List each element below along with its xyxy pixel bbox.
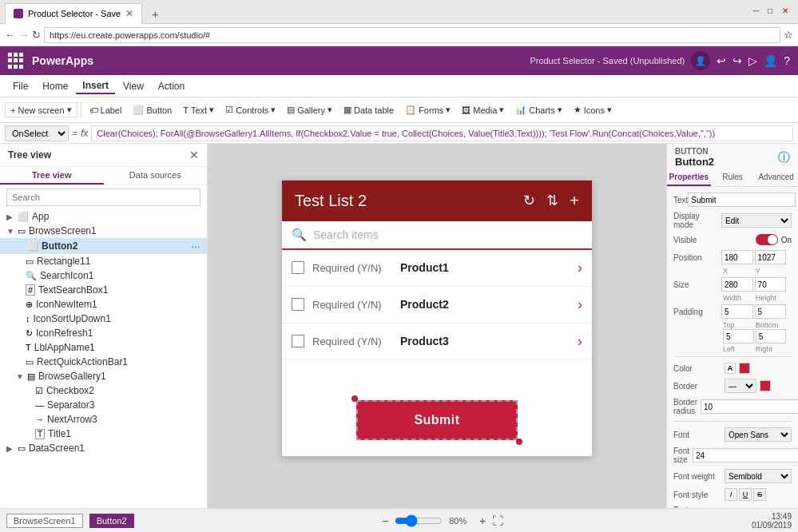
zoom-minus[interactable]: − [382,514,388,527]
prop-height[interactable] [755,277,787,292]
refresh-app-icon[interactable]: ↻ [523,192,535,209]
nav-arrow-2[interactable]: › [578,296,582,313]
more-options-icon[interactable]: ··· [191,240,200,252]
toolbar-controls-btn[interactable]: ☑ Controls ▾ [220,103,280,117]
font-strikethrough-btn[interactable]: S [753,488,766,501]
play-button[interactable]: ▷ [748,54,757,67]
fit-screen-icon[interactable]: ⛶ [492,514,503,527]
prop-font-select[interactable]: Open Sans [725,427,792,442]
tab-advanced[interactable]: Advanced [754,169,798,186]
tree-item[interactable]: ☑ Checkbox2 [0,383,207,398]
tree-search-input[interactable] [6,189,200,206]
formula-input[interactable] [91,125,793,141]
tab-tree-view[interactable]: Tree view [0,167,104,185]
add-app-icon[interactable]: + [570,192,579,210]
undo-button[interactable]: ↩ [717,54,726,67]
prop-padding-right[interactable] [755,304,787,319]
tree-item[interactable]: ▭ Rectangle11 [0,254,207,268]
tree-item[interactable]: → NextArrow3 [0,412,207,427]
submit-button[interactable]: Submit [356,400,517,440]
tree-item[interactable]: # TextSearchBox1 [0,283,207,297]
sort-app-icon[interactable]: ⇅ [546,192,558,209]
nav-back-button[interactable]: ← [5,29,15,41]
tree-item[interactable]: 🔍 SearchIcon1 [0,268,207,283]
tree-item[interactable]: ▶ ⬜ App [0,209,207,224]
menu-home[interactable]: Home [36,79,74,93]
menu-view[interactable]: View [117,79,150,93]
toolbar-gallery-btn[interactable]: ▤ Gallery ▾ [282,103,337,117]
tree-item[interactable]: ↻ IconRefresh1 [0,326,207,340]
prop-position-y[interactable] [755,250,787,264]
prop-border-style[interactable]: — [725,379,756,393]
prop-visible-toggle[interactable] [756,234,778,245]
screen-tab-browse[interactable]: BrowseScreen1 [6,514,83,528]
redo-button[interactable]: ↪ [732,54,742,67]
prop-width[interactable] [721,277,753,292]
tree-item[interactable]: ▶ ▭ DataScreen1 [0,441,207,455]
app-search-placeholder[interactable]: Search items [313,228,582,241]
prop-padding-left[interactable] [723,329,754,343]
menu-insert[interactable]: Insert [76,78,115,94]
menu-file[interactable]: File [6,79,34,93]
prop-position-x[interactable] [721,250,753,264]
tab-rules[interactable]: Rules [711,169,755,186]
gallery-item-1[interactable]: Required (Y/N) Product1 › [282,250,592,287]
prop-font-weight-select[interactable]: Semibold [725,469,792,483]
tree-item[interactable]: ▼ ▭ BrowseScreen1 [0,224,207,238]
new-tab-button[interactable]: + [144,5,166,24]
toolbar-text-btn[interactable]: T Text ▾ [178,103,219,117]
tree-item[interactable]: ⊕ IconNewItem1 [0,297,207,312]
nav-arrow-1[interactable]: › [578,260,582,276]
toolbar-datatable-btn[interactable]: ▦ Data table [339,103,399,117]
toolbar-forms-btn[interactable]: 📋 Forms ▾ [400,103,455,117]
checkbox-item-2[interactable] [292,298,304,311]
toolbar-new-screen[interactable]: + New screen ▾ [5,102,77,117]
prop-display-mode-select[interactable]: Edit [721,213,792,228]
tree-panel-close[interactable]: ✕ [189,149,199,161]
pa-grid-icon[interactable] [8,53,24,69]
window-maximize[interactable]: □ [768,6,779,18]
tree-item[interactable]: T Title1 [0,427,207,441]
tab-close-icon[interactable]: ✕ [125,8,133,19]
color-swatch-main[interactable] [739,363,750,374]
tab-properties[interactable]: Properties [667,169,711,186]
help-button[interactable]: ? [784,54,790,67]
gallery-item-2[interactable]: Required (Y/N) Product2 › [282,287,592,324]
prop-border-radius-input[interactable] [701,399,798,414]
tree-item-button2[interactable]: ⬜ Button2 ··· [0,238,207,254]
tree-item[interactable]: — Separator3 [0,398,207,412]
menu-action[interactable]: Action [152,79,191,93]
nav-arrow-3[interactable]: › [578,333,582,350]
checkbox-item-1[interactable] [292,261,304,274]
toolbar-charts-btn[interactable]: 📊 Charts ▾ [510,103,566,117]
toolbar-button-btn[interactable]: ⬜ Button [128,103,177,117]
nav-refresh-button[interactable]: ↻ [32,29,41,41]
browser-tab-active[interactable]: Product Selector - Save ✕ [5,3,142,24]
nav-forward-button[interactable]: → [18,29,29,41]
tree-item[interactable]: ▭ RectQuickActionBar1 [0,355,207,369]
screen-tab-button2[interactable]: Button2 [89,514,134,528]
props-info-icon[interactable]: ⓘ [778,150,790,165]
border-color-swatch[interactable] [760,380,771,391]
formula-property-select[interactable]: OnSelect [5,125,69,141]
user-button[interactable]: 👤 [764,54,777,67]
tree-item[interactable]: ↕ IconSortUpDown1 [0,312,207,326]
bookmark-button[interactable]: ☆ [784,29,793,41]
toolbar-icons-btn[interactable]: ★ Icons ▾ [569,103,617,117]
zoom-plus[interactable]: + [479,514,486,527]
toolbar-label-btn[interactable]: 🏷 Label [85,104,127,117]
zoom-slider[interactable] [395,514,443,527]
checkbox-item-3[interactable] [292,335,304,347]
gallery-item-3[interactable]: Required (Y/N) Product3 › [282,324,592,360]
font-italic-btn[interactable]: I [725,488,737,501]
font-underline-btn[interactable]: U [739,488,752,501]
tab-data-sources[interactable]: Data sources [104,167,208,185]
tree-item[interactable]: ▼ ▤ BrowseGallery1 [0,369,207,383]
tree-item[interactable]: T LblAppName1 [0,340,207,355]
prop-text-input[interactable] [688,193,796,207]
url-input[interactable] [44,27,780,43]
user-icon-1[interactable]: 👤 [691,51,710,70]
window-close[interactable]: ✕ [782,6,793,18]
color-swatch-a[interactable]: A [725,363,736,374]
prop-padding-top[interactable] [721,304,753,319]
